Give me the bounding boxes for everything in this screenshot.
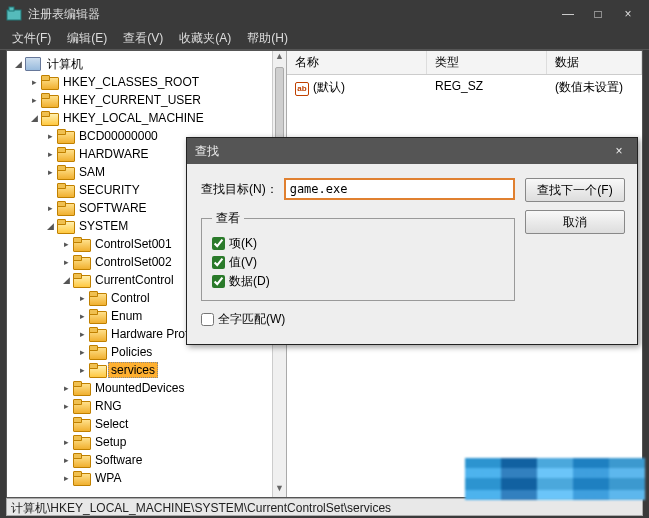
expand-icon[interactable]: ▸ xyxy=(77,329,87,339)
collapse-icon[interactable]: ◢ xyxy=(61,275,71,285)
tree-rng[interactable]: RNG xyxy=(92,398,125,414)
tree-hkcu[interactable]: HKEY_CURRENT_USER xyxy=(60,92,204,108)
folder-open-icon xyxy=(57,219,73,233)
folder-icon xyxy=(73,255,89,269)
dialog-title: 查找 xyxy=(195,143,609,160)
folder-icon xyxy=(41,93,57,107)
value-type: REG_SZ xyxy=(427,77,547,98)
tree-hardware[interactable]: HARDWARE xyxy=(76,146,152,162)
find-target-label: 查找目标(N)： xyxy=(201,181,278,198)
cancel-button[interactable]: 取消 xyxy=(525,210,625,234)
folder-icon xyxy=(57,129,73,143)
tree-hkcr[interactable]: HKEY_CLASSES_ROOT xyxy=(60,74,202,90)
tree-mounted[interactable]: MountedDevices xyxy=(92,380,187,396)
menu-file[interactable]: 文件(F) xyxy=(4,28,59,49)
menu-help[interactable]: 帮助(H) xyxy=(239,28,296,49)
tree-select[interactable]: Select xyxy=(92,416,131,432)
folder-open-icon xyxy=(73,273,89,287)
find-target-input[interactable] xyxy=(284,178,515,200)
folder-icon xyxy=(73,417,89,431)
chk-keys[interactable] xyxy=(212,237,225,250)
expand-icon[interactable]: ▸ xyxy=(61,239,71,249)
folder-icon xyxy=(73,435,89,449)
expand-icon[interactable]: ▸ xyxy=(77,347,87,357)
find-dialog: 查找 × 查找目标(N)： 查看 项(K) 值(V) 数据(D) 全字匹配(W)… xyxy=(186,137,638,345)
folder-icon xyxy=(57,165,73,179)
chk-data[interactable] xyxy=(212,275,225,288)
tree-software[interactable]: SOFTWARE xyxy=(76,200,150,216)
expand-icon[interactable]: ▸ xyxy=(61,383,71,393)
tree-control[interactable]: Control xyxy=(108,290,153,306)
tree-bcd[interactable]: BCD00000000 xyxy=(76,128,161,144)
expand-icon[interactable]: ▸ xyxy=(29,95,39,105)
expand-icon[interactable]: ▸ xyxy=(45,203,55,213)
window-title: 注册表编辑器 xyxy=(28,6,553,23)
list-row[interactable]: ab(默认) REG_SZ (数值未设置) xyxy=(287,75,642,100)
tree-cs001[interactable]: ControlSet001 xyxy=(92,236,175,252)
expand-icon[interactable]: ▸ xyxy=(77,311,87,321)
expand-icon[interactable]: ▸ xyxy=(61,473,71,483)
expand-icon[interactable]: ▸ xyxy=(77,365,87,375)
string-value-icon: ab xyxy=(295,82,309,96)
menu-view[interactable]: 查看(V) xyxy=(115,28,171,49)
tree-setup[interactable]: Setup xyxy=(92,434,129,450)
expand-icon[interactable]: ▸ xyxy=(61,257,71,267)
scroll-up-icon[interactable]: ▲ xyxy=(273,51,286,65)
folder-icon xyxy=(73,453,89,467)
collapse-icon[interactable]: ◢ xyxy=(13,59,23,69)
tree-policies[interactable]: Policies xyxy=(108,344,155,360)
tree-system[interactable]: SYSTEM xyxy=(76,218,131,234)
folder-open-icon xyxy=(41,111,57,125)
tree-enum[interactable]: Enum xyxy=(108,308,145,324)
folder-open-icon xyxy=(89,363,105,377)
expand-icon[interactable]: ▸ xyxy=(61,401,71,411)
collapse-icon[interactable]: ◢ xyxy=(29,113,39,123)
tree-security[interactable]: SECURITY xyxy=(76,182,143,198)
expand-icon[interactable]: ▸ xyxy=(61,437,71,447)
folder-icon xyxy=(89,345,105,359)
tree-cs002[interactable]: ControlSet002 xyxy=(92,254,175,270)
col-header-data[interactable]: 数据 xyxy=(547,51,642,74)
minimize-button[interactable]: — xyxy=(553,4,583,24)
tree-software2[interactable]: Software xyxy=(92,452,145,468)
tree-hklm[interactable]: HKEY_LOCAL_MACHINE xyxy=(60,110,207,126)
chk-wholeword[interactable] xyxy=(201,313,214,326)
close-button[interactable]: × xyxy=(613,4,643,24)
expand-icon[interactable]: ▸ xyxy=(45,167,55,177)
tree-wpa[interactable]: WPA xyxy=(92,470,124,486)
folder-icon xyxy=(89,309,105,323)
expand-icon[interactable]: ▸ xyxy=(77,293,87,303)
folder-icon xyxy=(57,147,73,161)
folder-icon xyxy=(73,381,89,395)
tree-services[interactable]: services xyxy=(108,362,158,378)
menu-edit[interactable]: 编辑(E) xyxy=(59,28,115,49)
collapse-icon[interactable]: ◢ xyxy=(45,221,55,231)
status-bar: 计算机\HKEY_LOCAL_MACHINE\SYSTEM\CurrentCon… xyxy=(6,498,643,516)
tree-root[interactable]: 计算机 xyxy=(44,55,86,74)
lookat-legend: 查看 xyxy=(212,210,244,227)
col-header-name[interactable]: 名称 xyxy=(287,51,427,74)
menu-favorites[interactable]: 收藏夹(A) xyxy=(171,28,239,49)
folder-icon xyxy=(73,237,89,251)
value-data: (数值未设置) xyxy=(547,77,642,98)
col-header-type[interactable]: 类型 xyxy=(427,51,547,74)
scroll-down-icon[interactable]: ▼ xyxy=(273,483,286,497)
expand-icon[interactable]: ▸ xyxy=(45,131,55,141)
expand-icon[interactable]: ▸ xyxy=(45,149,55,159)
expand-icon[interactable]: ▸ xyxy=(61,455,71,465)
tree-ccs[interactable]: CurrentControl xyxy=(92,272,177,288)
tree-sam[interactable]: SAM xyxy=(76,164,108,180)
expand-icon[interactable]: ▸ xyxy=(29,77,39,87)
maximize-button[interactable]: □ xyxy=(583,4,613,24)
folder-icon xyxy=(41,75,57,89)
find-next-button[interactable]: 查找下一个(F) xyxy=(525,178,625,202)
svg-rect-1 xyxy=(9,7,14,11)
menubar: 文件(F) 编辑(E) 查看(V) 收藏夹(A) 帮助(H) xyxy=(0,28,649,50)
status-path: 计算机\HKEY_LOCAL_MACHINE\SYSTEM\CurrentCon… xyxy=(11,501,391,515)
dialog-close-button[interactable]: × xyxy=(609,144,629,158)
folder-icon xyxy=(73,471,89,485)
folder-icon xyxy=(89,291,105,305)
lookat-group: 查看 项(K) 值(V) 数据(D) xyxy=(201,210,515,301)
chk-values[interactable] xyxy=(212,256,225,269)
computer-icon xyxy=(25,57,41,71)
